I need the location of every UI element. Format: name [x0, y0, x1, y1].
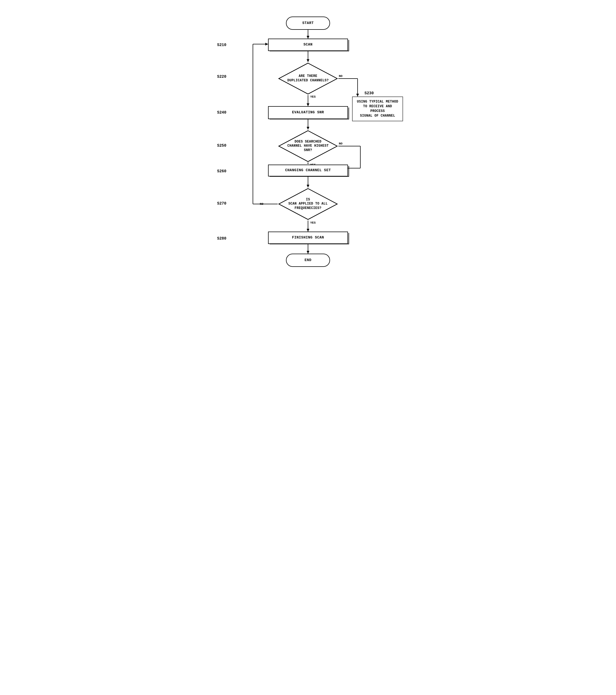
s270-diamond: ISSCAN APPLIED TO ALLFREQUENECIES? — [278, 187, 338, 221]
connectors — [212, 11, 404, 314]
step-s230-label: S230 — [365, 91, 374, 96]
step-s220-label: S220 — [217, 74, 226, 79]
step-s250-label: S250 — [217, 143, 226, 148]
start-node: START — [286, 17, 330, 30]
s220-diamond: ARE THEREDUPLICATED CHANNELS? — [278, 62, 338, 95]
step-s210-label: S210 — [217, 43, 226, 47]
svg-marker-20 — [306, 185, 310, 187]
end-node: END — [286, 254, 330, 267]
s270-yes-label: YES — [310, 221, 316, 224]
s240-node: EVALUATING SNR — [268, 106, 348, 119]
flowchart-diagram: START S210 SCAN S220 ARE THEREDUPLICATED… — [212, 11, 404, 314]
svg-marker-24 — [265, 43, 268, 46]
step-s280-label: S280 — [217, 236, 226, 241]
s230-box: USING TYPICAL METHOD TO RECEIVE AND PROC… — [352, 97, 403, 121]
svg-marker-6 — [356, 94, 359, 97]
s260-node: CHANGING CHANNEL SET — [268, 165, 348, 176]
step-s270-label: S270 — [217, 201, 226, 206]
svg-marker-10 — [306, 127, 310, 130]
s280-node: FINISHING SCAN — [268, 232, 348, 244]
step-s240-label: S240 — [217, 110, 226, 115]
svg-marker-28 — [306, 251, 310, 254]
s250-diamond: DOES SEARCHEDCHANNEL HAVE HIGHESTSNR? — [278, 130, 338, 163]
svg-marker-26 — [306, 229, 310, 232]
svg-marker-3 — [306, 59, 310, 62]
s250-no-label: NO — [339, 142, 342, 145]
svg-marker-1 — [306, 36, 310, 39]
scan-node: SCAN — [268, 39, 348, 51]
s220-yes-label: YES — [310, 95, 316, 98]
s270-no-label: NO — [260, 202, 263, 206]
step-s260-label: S260 — [217, 169, 226, 173]
svg-marker-8 — [306, 103, 310, 106]
s220-no-label: NO — [339, 74, 342, 78]
